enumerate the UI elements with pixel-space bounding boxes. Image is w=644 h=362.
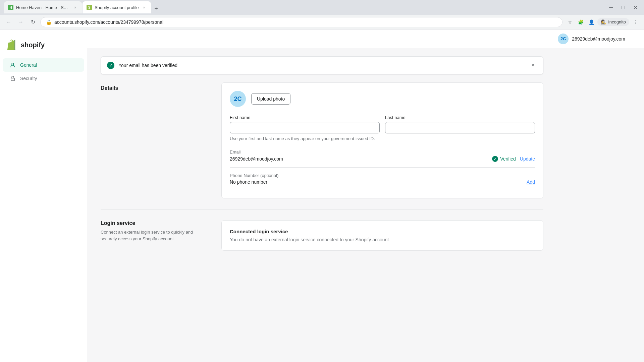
url-text: accounts.shopify.com/accounts/234799978/… <box>54 19 557 25</box>
email-section: Email 26929deb@moodjoy.com ✓ Verified Up… <box>230 144 535 167</box>
details-card: 2C Upload photo First name Last name <box>221 82 543 198</box>
tab-bar: H Home Haven - Home · Shopify × S Shopif… <box>0 0 644 15</box>
close-window-button[interactable]: ✕ <box>631 3 640 12</box>
lock-icon: 🔒 <box>46 19 52 25</box>
tab-1-title: Home Haven - Home · Shopify <box>16 5 70 10</box>
tab-2-favicon: S <box>87 5 92 10</box>
header-user: 2C 26929deb@moodjoy.com <box>552 31 631 47</box>
details-heading: Details <box>101 85 208 91</box>
back-button[interactable]: ← <box>4 17 13 27</box>
first-name-group: First name <box>230 115 380 133</box>
tab-2[interactable]: S Shopify account profile × <box>83 1 151 13</box>
restore-button[interactable]: □ <box>619 3 628 12</box>
verified-badge: ✓ Verified <box>492 156 516 162</box>
phone-row: No phone number Add <box>230 179 535 185</box>
phone-section: Phone Number (optional) No phone number … <box>230 167 535 190</box>
reload-button[interactable]: ↻ <box>28 17 38 27</box>
email-label: Email <box>230 149 535 155</box>
login-service-card-title: Connected login service <box>230 229 535 234</box>
tabs-container: H Home Haven - Home · Shopify × S Shopif… <box>4 1 161 13</box>
add-phone-link[interactable]: Add <box>527 179 535 185</box>
last-name-label: Last name <box>385 115 535 120</box>
shopify-logo-text: shopify <box>21 41 45 49</box>
svg-rect-1 <box>11 78 15 81</box>
large-avatar: 2C <box>230 91 246 107</box>
lock-icon <box>9 75 16 82</box>
sidebar-item-security[interactable]: Security <box>3 72 84 85</box>
page-header: 2C 26929deb@moodjoy.com <box>87 29 644 48</box>
browser-window: H Home Haven - Home · Shopify × S Shopif… <box>0 0 644 29</box>
verified-label: Verified <box>500 156 516 162</box>
user-avatar-initials: 2C <box>560 36 566 41</box>
login-service-label: Login service Connect an external login … <box>101 220 208 251</box>
login-service-card-description: You do not have an external login servic… <box>230 237 535 242</box>
name-hint: Use your first and last name as they app… <box>230 136 535 141</box>
incognito-label: Incognito <box>608 19 626 24</box>
phone-value: No phone number <box>230 179 523 185</box>
profile-button[interactable]: 👤 <box>587 17 596 27</box>
sidebar-item-general[interactable]: General <box>3 58 84 72</box>
login-service-description: Connect an external login service to qui… <box>101 229 208 242</box>
upload-photo-button[interactable]: Upload photo <box>251 93 290 105</box>
last-name-group: Last name <box>385 115 535 133</box>
section-divider <box>101 209 543 209</box>
new-tab-button[interactable]: + <box>152 4 161 13</box>
verified-alert-icon: ✓ <box>107 62 114 69</box>
menu-button[interactable]: ⋮ <box>631 17 640 27</box>
app-container: shopify General Security <box>0 29 644 362</box>
name-form-row: First name Last name <box>230 115 535 133</box>
shopify-logo: shopify <box>0 36 87 58</box>
toolbar-actions: ☆ 🧩 👤 🕵 Incognito ⋮ <box>565 17 640 27</box>
incognito-icon: 🕵 <box>601 19 606 24</box>
alert-banner: ✓ Your email has been verified × <box>101 56 543 74</box>
forward-button[interactable]: → <box>16 17 25 27</box>
user-email: 26929deb@moodjoy.com <box>572 36 625 42</box>
phone-label: Phone Number (optional) <box>230 173 535 178</box>
alert-message: Your email has been verified <box>118 63 525 68</box>
browser-toolbar: ← → ↻ 🔒 accounts.shopify.com/accounts/23… <box>0 15 644 29</box>
svg-point-0 <box>12 63 14 65</box>
avatar-initials: 2C <box>234 96 241 103</box>
sidebar: shopify General Security <box>0 29 87 362</box>
main-content: 2C 26929deb@moodjoy.com ✓ Your email has… <box>87 29 644 362</box>
login-service-section: Login service Connect an external login … <box>101 220 543 251</box>
details-section: Details 2C Upload photo First name <box>101 82 543 198</box>
sidebar-item-security-label: Security <box>20 76 37 81</box>
email-row: 26929deb@moodjoy.com ✓ Verified Update <box>230 156 535 162</box>
tab-1-favicon: H <box>8 5 13 10</box>
shopify-logo-icon <box>7 40 17 50</box>
tab-2-title: Shopify account profile <box>95 5 139 10</box>
first-name-label: First name <box>230 115 380 120</box>
email-value: 26929deb@moodjoy.com <box>230 156 488 162</box>
login-service-heading: Login service <box>101 220 208 226</box>
tab-1[interactable]: H Home Haven - Home · Shopify × <box>4 1 82 13</box>
tab-2-close[interactable]: × <box>142 5 147 10</box>
content-area: ✓ Your email has been verified × Details… <box>87 48 557 259</box>
avatar-row: 2C Upload photo <box>230 91 535 107</box>
sidebar-item-general-label: General <box>20 62 37 68</box>
verified-check-icon: ✓ <box>492 156 498 162</box>
person-icon <box>9 62 16 68</box>
minimize-button[interactable]: ─ <box>606 3 616 12</box>
alert-close-button[interactable]: × <box>529 61 537 69</box>
last-name-input[interactable] <box>385 122 535 133</box>
update-email-link[interactable]: Update <box>520 156 535 162</box>
tab-1-close[interactable]: × <box>72 5 78 10</box>
incognito-badge: 🕵 Incognito <box>597 18 629 26</box>
extensions-button[interactable]: 🧩 <box>576 17 585 27</box>
address-bar[interactable]: 🔒 accounts.shopify.com/accounts/23479997… <box>40 17 562 27</box>
login-service-card: Connected login service You do not have … <box>221 220 543 251</box>
first-name-input[interactable] <box>230 122 380 133</box>
bookmark-button[interactable]: ☆ <box>565 17 575 27</box>
details-section-label: Details <box>101 82 208 198</box>
user-avatar: 2C <box>558 34 569 44</box>
